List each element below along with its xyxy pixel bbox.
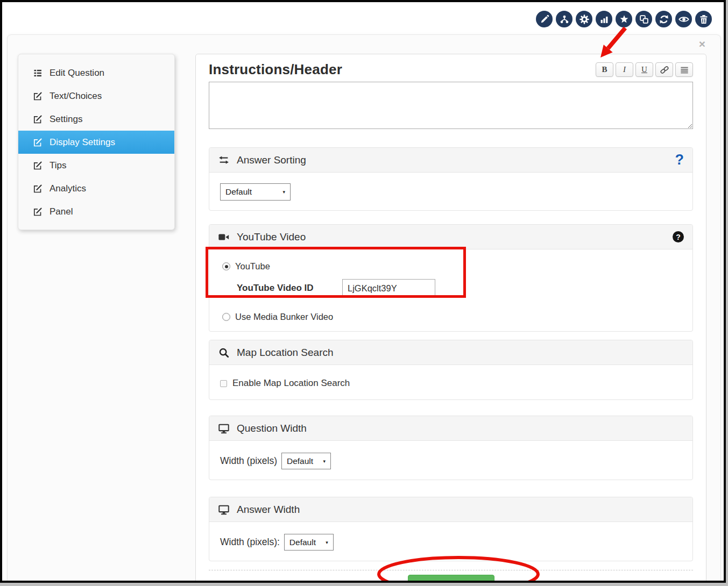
sidebar-item-edit-question[interactable]: Edit Question [18,61,174,84]
section-answer-sorting: Answer Sorting ? Default ▾ [209,147,693,211]
question-toolbar [536,11,712,27]
sidebar-item-label: Panel [50,206,73,217]
settings-gear-icon[interactable] [576,11,592,27]
section-map-location: Map Location Search Enable Map Location … [209,340,693,400]
pencil-square-icon [33,184,43,194]
answer-width-select[interactable]: Default ▾ [284,534,334,551]
question-width-select[interactable]: Default ▾ [281,453,331,469]
selected-value: Default [225,187,252,197]
desktop-icon [218,423,230,434]
search-icon [218,347,230,359]
bold-button[interactable]: B [596,62,613,77]
sidebar-item-tips[interactable]: Tips [18,154,174,177]
pencil-square-icon [33,138,43,147]
close-icon[interactable]: × [699,38,705,49]
bar-chart-icon[interactable] [596,11,612,27]
chevron-down-icon: ▾ [323,459,326,464]
instructions-textarea[interactable] [209,82,693,129]
underline-glyph: U [641,65,647,74]
desktop-icon [218,504,230,516]
enable-map-label: Enable Map Location Search [232,378,350,389]
chevron-down-icon: ▾ [282,189,285,195]
section-answer-width: Answer Width Width (pixels): Default ▾ [209,497,693,561]
enable-map-checkbox[interactable] [220,380,227,387]
edit-pencil-icon[interactable] [536,11,553,27]
youtube-radio[interactable] [222,262,230,270]
justify-button[interactable] [675,62,693,77]
copy-icon[interactable] [635,11,652,27]
section-title: Answer Width [237,504,300,516]
delete-trash-icon[interactable] [695,11,712,27]
help-icon[interactable]: ? [675,153,684,167]
sidebar-item-text-choices[interactable]: Text/Choices [18,84,174,108]
video-camera-icon [218,231,230,243]
chevron-down-icon: ▾ [326,540,328,545]
section-title: Answer Sorting [237,154,306,166]
page-title: Instructions/Header [209,61,342,78]
bold-glyph: B [602,65,607,74]
refresh-icon[interactable] [655,11,672,27]
link-button[interactable] [655,62,673,77]
pencil-square-icon [33,207,43,217]
media-bunker-radio[interactable] [222,313,230,321]
justify-icon [679,65,690,75]
sidebar-item-label: Settings [50,114,82,125]
youtube-radio-label: YouTube [235,261,270,271]
screenshot-frame: × Edit Question Text/Choices Settings Di… [0,0,726,583]
section-title: YouTube Video [237,231,306,243]
exchange-icon [218,154,230,166]
question-width-label: Width (pixels) [220,455,277,467]
section-title: Map Location Search [237,347,334,359]
logic-branch-icon[interactable] [556,11,572,27]
content-card: Instructions/Header B I U [195,54,706,583]
selected-value: Default [287,456,313,466]
pencil-square-icon [33,115,43,124]
sidebar-item-label: Text/Choices [50,91,102,102]
video-id-input[interactable] [342,279,435,297]
sidebar-item-label: Display Settings [50,137,115,148]
save-question-button[interactable]: Save Question [408,575,494,583]
video-id-label: YouTube Video ID [237,283,342,294]
sidebar-item-label: Edit Question [50,68,104,78]
underline-button[interactable]: U [635,62,653,77]
section-title: Question Width [237,423,307,434]
list-icon [33,68,43,78]
italic-button[interactable]: I [616,62,633,77]
selected-value: Default [289,538,316,547]
preview-eye-icon[interactable] [675,11,692,27]
pencil-square-icon [33,91,43,101]
sidebar: Edit Question Text/Choices Settings Disp… [18,54,175,230]
sidebar-item-label: Tips [50,160,67,171]
format-toolbar: B I U [596,62,693,77]
star-icon[interactable] [616,11,632,27]
answer-sorting-select[interactable]: Default ▾ [220,183,291,201]
media-bunker-radio-label: Use Media Bunker Video [235,312,333,322]
edit-question-panel: × Edit Question Text/Choices Settings Di… [7,34,721,583]
help-glyph: ? [676,233,681,241]
italic-glyph: I [623,65,626,74]
sidebar-item-settings[interactable]: Settings [18,108,174,131]
sidebar-item-label: Analytics [50,183,86,194]
pencil-square-icon [33,161,43,170]
section-question-width: Question Width Width (pixels) Default ▾ [209,416,693,480]
answer-width-label: Width (pixels): [220,537,280,548]
section-youtube-video: YouTube Video ? YouTube YouTube Video ID… [209,224,693,332]
sidebar-item-display-settings[interactable]: Display Settings [18,131,174,154]
help-circle-icon[interactable]: ? [673,231,684,242]
link-icon [659,65,670,75]
sidebar-item-analytics[interactable]: Analytics [18,177,174,200]
sidebar-item-panel[interactable]: Panel [18,200,174,223]
